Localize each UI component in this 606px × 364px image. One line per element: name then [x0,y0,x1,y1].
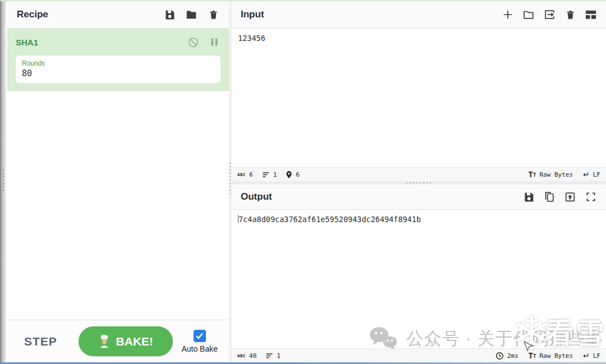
output-line-count: 1 [265,352,281,360]
open-output-in-new-window-icon[interactable] [564,191,576,203]
operation-sha1[interactable]: SHA1 Rounds 80 [7,29,229,91]
step-button[interactable]: STEP [19,331,63,352]
input-char-count-value: 6 [249,171,253,178]
bake-time: 2ms [495,352,518,360]
horizontal-splitter[interactable] [232,181,606,185]
input-encoding-value: Raw Bytes [539,171,573,178]
output-encoding-toggle[interactable]: TT Raw Bytes [529,352,573,360]
input-status-bar: ABC 6 1 6 TT Raw Bytes ↵ LF [232,167,606,181]
input-textarea[interactable]: 123456 [232,29,606,167]
rounds-argument[interactable]: Rounds 80 [16,56,221,83]
output-status-bar: ABC 40 1 2ms TT Raw Bytes ↵ LF [232,348,606,362]
input-title: Input [241,9,264,20]
recipe-header: Recipe [7,1,229,29]
input-eol-value: LF [593,171,600,178]
eol-arrow-icon: ↵ [583,170,590,179]
top-accent-line [0,0,606,1]
auto-bake-label: Auto Bake [181,344,218,353]
output-status-right: 2ms TT Raw Bytes ↵ LF [485,351,600,360]
output-char-count-value: 40 [249,352,256,360]
output-header: Output [232,185,606,210]
bake-time-value: 2ms [507,352,518,360]
vertical-splitter[interactable] [229,1,232,362]
clock-icon [495,352,504,360]
left-splitter-handle[interactable] [3,169,4,193]
vertical-splitter-handle[interactable] [229,163,231,196]
output-textarea[interactable]: 7c4a8d09ca3762af61e59520943dc26494f8941b [232,210,606,348]
line-count-icon [262,171,270,178]
auto-bake-checkbox[interactable] [194,330,206,342]
add-input-tab-icon[interactable] [502,8,514,21]
recipe-drop-area[interactable] [7,91,229,320]
output-eol-toggle[interactable]: ↵ LF [583,351,600,360]
chef-icon [98,335,111,348]
recipe-controls-bar: STEP BAKE! Auto Bake [7,320,229,362]
input-char-count: ABC 6 [237,171,253,178]
input-pane: Input 123456 [232,1,606,181]
output-title: Output [241,191,272,202]
load-recipe-folder-icon[interactable] [185,8,198,21]
output-pane: Output 7c4a8d09ca3762af61e59520943dc2649… [232,185,606,362]
input-line-count: 1 [262,171,277,178]
input-line-count-value: 1 [273,171,277,178]
input-eol-toggle[interactable]: ↵ LF [583,170,600,179]
cursor-position-pin-icon [286,171,292,179]
input-cursor-position-value: 6 [296,171,300,178]
clear-recipe-trash-icon[interactable] [207,8,219,21]
text-encoding-icon: TT [529,171,536,178]
rounds-label: Rounds [22,59,214,67]
bake-button-label: BAKE! [116,335,154,348]
output-hash-value: 7c4a8d09ca3762af61e59520943dc26494f8941b [238,215,421,224]
input-cursor-position: 6 [286,171,300,179]
line-count-icon [265,352,273,360]
io-column: Input 123456 [232,1,606,362]
input-header-icons [502,8,597,21]
operation-name: SHA1 [16,38,38,47]
tab-layout-icon[interactable] [585,8,597,21]
output-encoding-value: Raw Bytes [539,352,573,360]
copy-output-icon[interactable] [543,191,556,203]
char-count-icon: ABC [237,172,246,177]
open-file-folder-icon[interactable] [522,8,535,21]
recipe-panel: Recipe SHA1 Rou [7,1,229,362]
input-status-right: TT Raw Bytes ↵ LF [518,170,600,179]
input-encoding-toggle[interactable]: TT Raw Bytes [529,171,573,178]
checkmark-icon [195,332,204,339]
recipe-header-icons [163,8,219,21]
output-char-count: ABC 40 [237,352,256,360]
eol-arrow-icon: ↵ [583,351,590,360]
maximize-output-icon[interactable] [585,191,597,203]
disable-operation-icon[interactable] [187,36,199,48]
horizontal-splitter-handle[interactable] [406,182,432,183]
auto-bake-control[interactable]: Auto Bake [181,330,218,353]
breakpoint-pause-icon[interactable] [208,36,221,48]
clear-input-trash-icon[interactable] [564,8,576,21]
bake-button[interactable]: BAKE! [79,326,173,356]
open-input-icon[interactable] [543,8,556,21]
output-eol-value: LF [593,352,600,360]
operation-icons [187,36,221,48]
save-recipe-icon[interactable] [163,8,176,21]
left-splitter-gutter[interactable] [0,1,6,362]
save-output-icon[interactable] [522,191,535,203]
char-count-icon: ABC [237,353,246,358]
text-encoding-icon: TT [529,352,536,359]
output-header-icons [522,191,597,203]
input-header: Input [232,1,606,29]
output-line-count-value: 1 [277,352,281,360]
operation-head: SHA1 [16,36,221,48]
recipe-title: Recipe [17,9,48,20]
rounds-value-input[interactable]: 80 [22,68,214,79]
